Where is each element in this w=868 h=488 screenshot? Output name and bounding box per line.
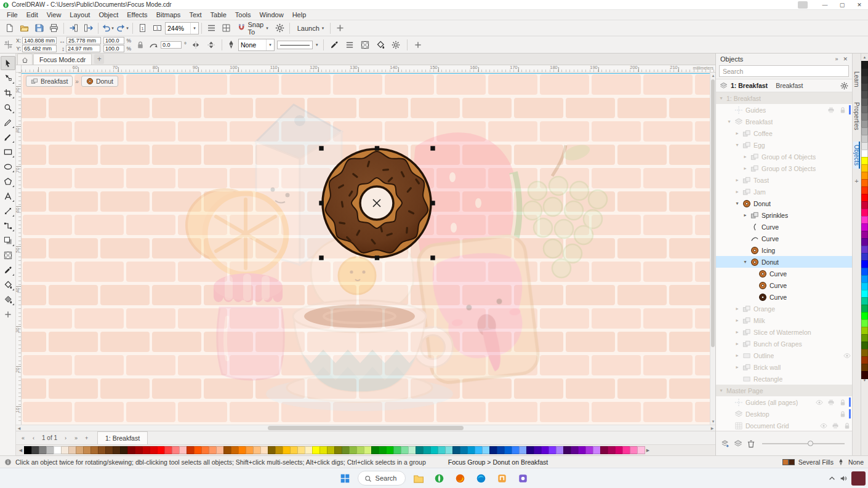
expander-icon[interactable]: ▸ [742,154,748,159]
volume-icon[interactable] [840,474,848,482]
menu-edit[interactable]: Edit [22,11,42,18]
expander-icon[interactable]: ▸ [742,212,748,218]
tree-row-curve[interactable]: Curve [716,268,852,279]
drop-shadow-tool[interactable] [1,233,15,247]
objects-search[interactable] [719,65,849,77]
selection-handle[interactable] [319,255,323,260]
expander-icon[interactable]: ▸ [734,306,740,311]
rotation-angle-input[interactable] [161,41,182,49]
palette-scroll-left[interactable]: ◀ [17,448,24,453]
objects-options-button[interactable] [840,81,848,90]
show-page-button[interactable]: 1 [135,22,150,35]
expander-icon[interactable]: ▸ [734,189,740,194]
selection-handle[interactable] [375,255,379,260]
tree-row-jam[interactable]: ▸Jam [716,186,852,198]
redo-button[interactable]: ▾ [116,22,130,35]
ellipse-tool[interactable] [1,159,15,174]
page-orientation-button[interactable]: 1 [150,22,164,35]
grid-button[interactable] [219,22,233,35]
freehand-tool[interactable] [1,115,15,129]
tree-row-egg[interactable]: ▾Egg [716,139,852,151]
smart-fill-tool[interactable] [1,292,15,306]
docker-tab-properties[interactable]: Properties [853,99,860,134]
expander-icon[interactable]: ▾ [726,119,732,124]
scroll-down-arrow[interactable]: ▼ [710,418,716,425]
add-page-button[interactable]: + [82,433,91,443]
expander-icon[interactable]: ▸ [734,329,740,335]
taskbar-app-coreldraw[interactable] [430,470,448,486]
vertical-scroll-thumb[interactable] [711,79,715,347]
close-button[interactable]: ✕ [851,0,868,9]
menu-object[interactable]: Object [94,11,123,18]
zoom-caret[interactable]: ▾ [190,23,198,34]
tree-row-brick-wall[interactable]: ▸Brick wall [716,361,852,373]
interactive-fill-tool[interactable] [1,278,15,292]
customize-propbar-button[interactable] [412,38,425,51]
menu-text[interactable]: Text [185,11,206,18]
palette-scroll-down[interactable]: ▼ [863,378,867,384]
scale-y-input[interactable] [103,45,124,52]
tray-expand-button[interactable] [828,474,836,482]
page-tab[interactable]: 1: Breakfast [97,431,148,444]
tree-row-icing[interactable]: Icing [716,244,852,256]
first-page-button[interactable]: « [18,433,28,443]
menu-table[interactable]: Table [206,11,231,18]
tree-row-rectangle[interactable]: Rectangle [716,373,852,385]
pattern-button[interactable] [359,38,372,51]
expander-icon[interactable]: ▾ [718,95,724,101]
tree-row-breakfast[interactable]: ▾Breakfast [716,116,852,127]
scroll-up-arrow[interactable]: ▲ [710,73,716,79]
y-position-input[interactable] [22,45,57,52]
tree-row-sprinkles[interactable]: ▸Sprinkles [716,209,852,221]
canvas[interactable]: Breakfast»Donut [22,73,710,425]
palette-scroll-up[interactable]: ▲ [863,55,867,61]
taskbar-app-file-explorer[interactable] [409,470,427,486]
tree-row-master-page[interactable]: ▾Master Page [716,385,852,396]
customize-toolbar-button[interactable] [333,22,347,35]
tree-row-slice-of-watermelon[interactable]: ▸Slice of Watermelon [716,326,852,338]
connector-tool[interactable] [1,218,15,233]
tree-row-1-breakfast[interactable]: ▾1: Breakfast [716,92,852,104]
horizontal-scrollbar[interactable]: ◀ ▶ [16,425,715,431]
vertical-scrollbar[interactable]: ▲ ▼ [710,73,715,425]
export-button[interactable] [81,22,95,35]
tree-row-group-of-3-objects[interactable]: ▸Group of 3 Objects [716,162,852,174]
slider-knob[interactable] [808,441,813,446]
snap-to-dropdown[interactable]: Snap To▾ [234,22,272,35]
docker-tab-learn[interactable]: Learn [853,68,860,90]
expander-icon[interactable]: ▾ [734,142,740,148]
shape-tool[interactable] [1,71,15,85]
scale-x-input[interactable] [103,37,124,44]
taskbar-app-app-yellow[interactable] [493,470,510,486]
rectangle-tool[interactable] [1,145,15,159]
menu-help[interactable]: Help [288,11,311,18]
objects-search-input[interactable] [723,68,845,75]
copy-properties-button[interactable] [328,38,341,51]
next-page-button[interactable]: › [61,433,70,443]
scroll-left-arrow[interactable]: ◀ [16,425,22,431]
tree-row-guides[interactable]: Guides [716,104,852,116]
expander-icon[interactable]: ▾ [734,201,740,206]
dimension-tool[interactable] [1,204,15,218]
line-style-combo[interactable] [277,41,313,49]
start-button[interactable] [337,470,354,486]
crop-tool[interactable] [1,86,15,100]
undo-button[interactable]: ▾ [101,22,115,35]
tray-app-icon[interactable] [851,471,866,486]
options-button[interactable] [273,22,287,35]
docker-collapse-button[interactable]: » [835,56,838,62]
launch-dropdown[interactable]: Launch▾ [292,22,328,35]
selection-handle[interactable] [375,146,379,150]
tree-row-toast[interactable]: ▸Toast [716,174,852,186]
add-docker-button[interactable]: + [854,177,858,185]
breadcrumb-breakfast[interactable]: Breakfast [26,76,73,87]
expander-icon[interactable]: ▸ [734,364,740,370]
jam-jar[interactable] [214,273,284,380]
taskbar-app-firefox[interactable] [451,470,468,486]
thumbnail-size-slider[interactable] [762,443,845,444]
open-button[interactable] [17,22,31,35]
tree-row-orange[interactable]: ▸Orange [716,303,852,314]
expander-icon[interactable]: ▸ [734,341,740,346]
docker-close-button[interactable]: ✕ [843,56,848,62]
selection-handle[interactable] [319,201,323,205]
